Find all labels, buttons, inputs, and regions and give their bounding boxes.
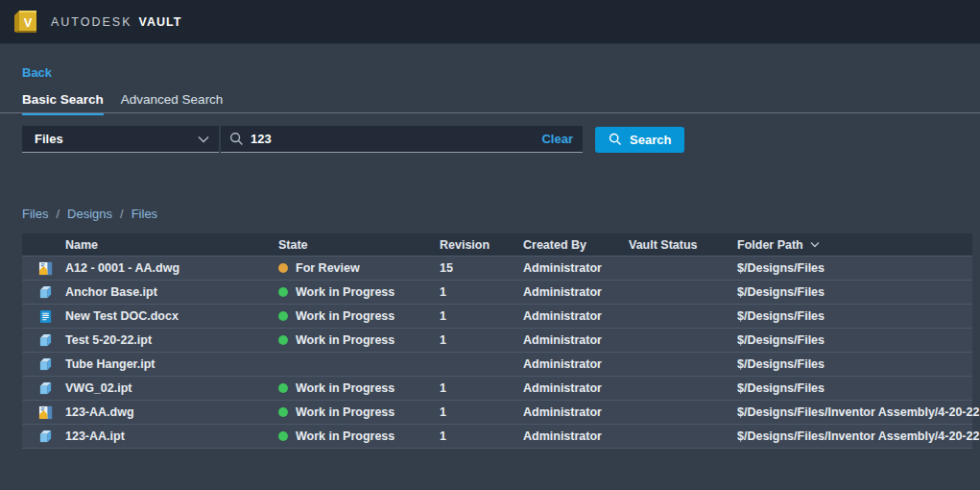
created-by-value: Administrator bbox=[523, 429, 629, 443]
brand-vault: VAULT bbox=[139, 15, 182, 29]
search-query-field: Clear bbox=[221, 126, 583, 153]
dwg-file-icon bbox=[38, 261, 53, 276]
ipt-part-icon bbox=[38, 333, 53, 348]
table-row[interactable]: 123-AA.ipt Work in Progress 1 Administra… bbox=[22, 424, 972, 448]
folder-path-value: $/Designs/Files bbox=[737, 333, 972, 347]
revision-value: 1 bbox=[440, 429, 523, 443]
sort-descending-icon bbox=[810, 241, 820, 248]
breadcrumb-item-designs[interactable]: Designs bbox=[67, 207, 112, 221]
table-row[interactable]: New Test DOC.docx Work in Progress 1 Adm… bbox=[22, 304, 972, 328]
file-name: Tube Hanger.ipt bbox=[65, 357, 155, 371]
svg-text:V: V bbox=[24, 15, 33, 30]
created-by-value: Administrator bbox=[523, 309, 629, 323]
file-name: 123-AA.ipt bbox=[65, 429, 125, 443]
table-row[interactable]: Tube Hanger.ipt Administrator $/Designs/… bbox=[22, 352, 972, 376]
folder-path-value: $/Designs/Files bbox=[737, 285, 972, 299]
state-label: Work in Progress bbox=[296, 309, 394, 323]
breadcrumb-separator: / bbox=[56, 207, 60, 221]
folder-path-value: $/Designs/Files bbox=[737, 261, 972, 275]
state-dot-icon bbox=[278, 311, 288, 321]
state-dot-icon bbox=[278, 383, 288, 393]
revision-value: 1 bbox=[440, 333, 523, 347]
search-icon bbox=[229, 132, 244, 146]
clear-search-link[interactable]: Clear bbox=[541, 132, 573, 146]
column-header-revision[interactable]: Revision bbox=[440, 238, 523, 252]
created-by-value: Administrator bbox=[523, 285, 629, 299]
created-by-value: Administrator bbox=[523, 405, 629, 419]
tabs-divider bbox=[0, 112, 980, 113]
state-label: Work in Progress bbox=[296, 285, 394, 299]
file-name: 123-AA.dwg bbox=[65, 405, 134, 419]
column-header-folder-path[interactable]: Folder Path bbox=[737, 238, 972, 252]
dwg-file-icon bbox=[38, 405, 53, 420]
file-name: A12 - 0001 - AA.dwg bbox=[65, 261, 179, 275]
search-scope-value: Files bbox=[35, 132, 63, 146]
state-label: Work in Progress bbox=[296, 333, 394, 347]
search-row: Files Clear Search bbox=[22, 126, 684, 153]
revision-value: 1 bbox=[440, 381, 523, 395]
folder-path-value: $/Designs/Files bbox=[737, 357, 972, 371]
revision-value: 15 bbox=[440, 261, 523, 275]
file-name: New Test DOC.docx bbox=[65, 309, 179, 323]
brand-autodesk: AUTODESK bbox=[51, 15, 132, 29]
docx-document-icon bbox=[38, 309, 53, 324]
folder-path-value: $/Designs/Files bbox=[737, 381, 972, 395]
search-input[interactable] bbox=[251, 132, 541, 146]
folder-path-value: $/Designs/Files/Inventor Assembly/4-20-2… bbox=[737, 429, 979, 443]
search-button-label: Search bbox=[630, 133, 671, 147]
table-row[interactable]: VWG_02.ipt Work in Progress 1 Administra… bbox=[22, 376, 972, 400]
state-dot-icon bbox=[278, 431, 288, 441]
breadcrumb-item-files-2[interactable]: Files bbox=[131, 207, 157, 221]
folder-path-value: $/Designs/Files bbox=[737, 309, 972, 323]
files-table: Name State Revision Created By Vault Sta… bbox=[22, 233, 972, 449]
table-row[interactable]: 123-AA.dwg Work in Progress 1 Administra… bbox=[22, 400, 972, 424]
ipt-part-icon bbox=[38, 285, 53, 300]
created-by-value: Administrator bbox=[523, 333, 629, 347]
state-dot-icon bbox=[278, 407, 288, 417]
state-label: Work in Progress bbox=[296, 381, 394, 395]
column-header-created-by[interactable]: Created By bbox=[523, 238, 629, 252]
chevron-down-icon bbox=[198, 135, 209, 143]
revision-value: 1 bbox=[440, 405, 523, 419]
revision-value: 1 bbox=[440, 285, 523, 299]
search-button-icon bbox=[609, 133, 622, 146]
table-row[interactable]: Anchor Base.ipt Work in Progress 1 Admin… bbox=[22, 280, 972, 304]
state-dot-icon bbox=[278, 335, 288, 345]
table-row[interactable]: Test 5-20-22.ipt Work in Progress 1 Admi… bbox=[22, 328, 972, 352]
file-name: VWG_02.ipt bbox=[65, 381, 131, 395]
breadcrumb: Files / Designs / Files bbox=[22, 207, 157, 221]
vault-cube-logo-icon: V bbox=[12, 9, 38, 35]
table-header-row: Name State Revision Created By Vault Sta… bbox=[22, 233, 972, 256]
created-by-value: Administrator bbox=[523, 261, 629, 275]
table-row[interactable]: A12 - 0001 - AA.dwg For Review 15 Admini… bbox=[22, 256, 972, 280]
table-body: A12 - 0001 - AA.dwg For Review 15 Admini… bbox=[22, 256, 972, 448]
ipt-part-icon bbox=[38, 429, 53, 444]
breadcrumb-item-files[interactable]: Files bbox=[22, 207, 48, 221]
back-link[interactable]: Back bbox=[22, 65, 52, 80]
state-dot-icon bbox=[278, 287, 288, 297]
search-button[interactable]: Search bbox=[595, 127, 684, 153]
file-name: Test 5-20-22.ipt bbox=[65, 333, 152, 347]
file-name: Anchor Base.ipt bbox=[65, 285, 157, 299]
folder-path-value: $/Designs/Files/Inventor Assembly/4-20-2… bbox=[737, 405, 979, 419]
column-header-name[interactable]: Name bbox=[22, 238, 278, 252]
state-dot-icon bbox=[278, 263, 288, 273]
state-label: Work in Progress bbox=[296, 405, 394, 419]
breadcrumb-separator: / bbox=[120, 207, 124, 221]
column-header-vault-status[interactable]: Vault Status bbox=[629, 238, 737, 252]
created-by-value: Administrator bbox=[523, 357, 629, 371]
state-label: Work in Progress bbox=[296, 429, 394, 443]
revision-value: 1 bbox=[440, 309, 523, 323]
column-header-state[interactable]: State bbox=[278, 238, 440, 252]
search-scope-dropdown[interactable]: Files bbox=[22, 126, 219, 153]
state-label: For Review bbox=[296, 261, 360, 275]
top-bar: V AUTODESK VAULT bbox=[0, 0, 980, 44]
created-by-value: Administrator bbox=[523, 381, 629, 395]
ipt-part-icon bbox=[38, 381, 53, 396]
app-brand: AUTODESK VAULT bbox=[51, 15, 181, 29]
ipt-part-icon bbox=[38, 357, 53, 372]
